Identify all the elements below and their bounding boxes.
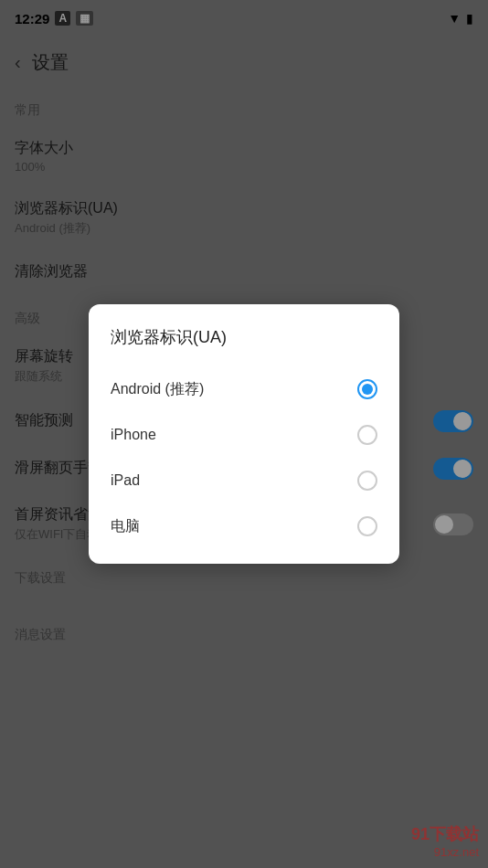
dialog-option-iphone-label: iPhone xyxy=(111,427,156,443)
dialog-option-iphone[interactable]: iPhone xyxy=(89,412,399,458)
ua-dialog: 浏览器标识(UA) Android (推荐) iPhone iPad 电脑 xyxy=(89,304,399,564)
overlay: 浏览器标识(UA) Android (推荐) iPhone iPad 电脑 xyxy=(0,0,488,868)
dialog-option-pc[interactable]: 电脑 xyxy=(89,503,399,549)
dialog-radio-iphone[interactable] xyxy=(357,425,377,445)
dialog-radio-pc[interactable] xyxy=(357,516,377,536)
dialog-title: 浏览器标识(UA) xyxy=(89,326,399,366)
dialog-option-android[interactable]: Android (推荐) xyxy=(89,366,399,412)
dialog-radio-ipad[interactable] xyxy=(357,471,377,491)
dialog-option-android-label: Android (推荐) xyxy=(111,380,204,399)
dialog-option-ipad[interactable]: iPad xyxy=(89,458,399,503)
dialog-option-ipad-label: iPad xyxy=(111,472,140,489)
dialog-option-pc-label: 电脑 xyxy=(111,517,140,536)
dialog-radio-android[interactable] xyxy=(357,379,377,399)
